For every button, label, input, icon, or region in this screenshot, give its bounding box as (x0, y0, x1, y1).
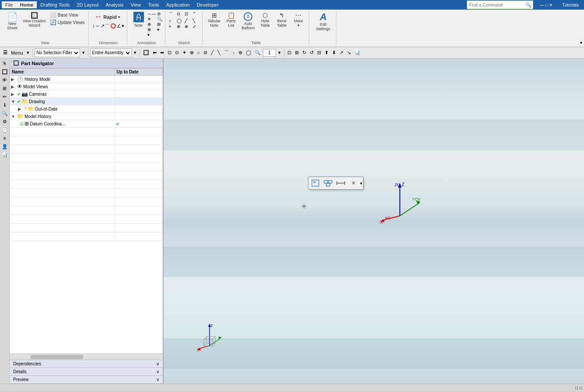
sidebar-icon-9[interactable]: 🕐 (1, 126, 9, 134)
dim-dropdown[interactable]: ▾ (122, 23, 124, 30)
menu-application[interactable]: Application (163, 1, 193, 8)
selection-dropdown[interactable]: ▾ (81, 49, 86, 56)
sidebar-icon-7[interactable]: 🔍 (1, 109, 9, 117)
tb-icon-4[interactable]: ⊡ (166, 49, 173, 56)
tb-icon-22[interactable]: ⬆ (323, 49, 330, 56)
sketch-t7[interactable]: ╱ (185, 18, 192, 23)
pn-row-outofdate[interactable]: ▶ ? 📁 Out-of-Date (10, 105, 115, 113)
pn-row-model-history[interactable]: ▼ 📁 Model History (10, 113, 115, 120)
tb-icon-23[interactable]: ⬇ (331, 49, 337, 56)
sidebar-icon-6[interactable]: ℹ (1, 101, 9, 109)
details-header[interactable]: Details ∨ (10, 368, 163, 375)
parts-list-button[interactable]: 📋 PartsList (223, 11, 239, 28)
sketch-t6[interactable]: ◯ (177, 18, 184, 23)
anno-tool-1[interactable]: ↔― (147, 11, 156, 16)
sketch-t9[interactable]: + (169, 24, 176, 29)
expand-cameras[interactable]: ▶ (11, 92, 16, 97)
more-table-button[interactable]: ⋯ More ▾ (290, 11, 306, 28)
canvas-area[interactable]: ✛ ✕ ▾ (164, 59, 584, 384)
tb-icon-21[interactable]: ⊟ (316, 49, 322, 56)
menu-drafting[interactable]: Drafting Tools (37, 1, 73, 8)
ft-expand-arrow[interactable]: ▾ (360, 181, 362, 186)
tb-icon-15[interactable]: ◯ (245, 49, 252, 56)
pn-col-uptodate[interactable]: Up to Date (115, 69, 162, 76)
menu-view[interactable]: View (127, 1, 144, 8)
tb-icon-8[interactable]: ○ (196, 50, 202, 56)
sketch-t11[interactable]: ⊗ (185, 24, 192, 29)
pn-row-drawing[interactable]: ▼ ✔ 📁 Drawing (10, 98, 115, 105)
tb-icon-19[interactable]: ↻ (301, 49, 308, 56)
tb-icon-16[interactable]: 🔍 (253, 49, 262, 56)
tb-icon-17[interactable]: ⊡ (286, 49, 293, 56)
expand-model-history[interactable]: ▼ (11, 114, 16, 119)
note-button[interactable]: 🅰 Note (131, 11, 147, 28)
sidebar-icon-4[interactable]: ⊞ (1, 84, 9, 92)
details-chevron[interactable]: ∨ (156, 369, 159, 374)
ft-btn-1[interactable] (309, 178, 322, 188)
auto-balloon-button[interactable]: 8 AutoBalloon (240, 11, 256, 31)
sidebar-icon-8[interactable]: ⚙ (1, 118, 9, 125)
sketch-t10[interactable]: ⊕ (177, 24, 184, 29)
tb-icon-2[interactable]: ⬅ (151, 49, 158, 56)
dim-tool-5[interactable]: ⭕ (110, 23, 116, 30)
tutorials-link[interactable]: Tutorials (559, 2, 582, 8)
dependencies-chevron[interactable]: ∨ (156, 361, 159, 366)
menu-analysis[interactable]: Analysis (102, 1, 127, 8)
assembly-dropdown[interactable]: ▾ (133, 49, 138, 56)
pn-scrollbar[interactable] (10, 354, 163, 360)
sketch-t3[interactable]: ⊡ (185, 11, 192, 17)
hole-table-button[interactable]: ⬡ HoleTable (257, 11, 273, 28)
tb-icon-6[interactable]: ✦ (181, 49, 188, 56)
tb-dropdown[interactable]: ▾ (25, 49, 31, 56)
update-views-button[interactable]: 🔄 Update Views (49, 19, 86, 26)
sketch-t1[interactable]: ⌒ (169, 11, 176, 17)
tb-icon-26[interactable]: 📊 (353, 49, 362, 56)
ft-btn-close[interactable]: ✕ (347, 178, 360, 188)
status-icon-1[interactable]: □ (575, 385, 578, 390)
sketch-t4[interactable]: ⌃ (192, 11, 199, 17)
sketch-t12[interactable]: ⤢ (192, 24, 199, 29)
menu-tools[interactable]: Tools (144, 1, 163, 8)
tb-icon-25[interactable]: ↘ (346, 49, 352, 56)
dim-tool-2[interactable]: ↔ (95, 23, 100, 30)
tb-number-input[interactable] (263, 49, 276, 57)
tb-icon-20[interactable]: ↺ (308, 49, 315, 56)
sidebar-icon-3[interactable]: 👁 (1, 76, 9, 84)
tb-icon-3[interactable]: ➡ (159, 49, 165, 56)
anno-tool-6[interactable]: 🔍 (157, 17, 162, 21)
menu-toggle[interactable]: ☰ (2, 49, 9, 56)
tabular-note-button[interactable]: ⊞ TabularNote (206, 11, 223, 28)
tb-icon-10[interactable]: ╱ (210, 49, 215, 56)
expand-drawing[interactable]: ▼ (11, 99, 16, 104)
pn-col-name[interactable]: Name (10, 69, 115, 76)
ft-btn-3[interactable] (335, 178, 347, 188)
dependencies-header[interactable]: Dependencies ∨ (10, 360, 163, 368)
expand-outofdate[interactable]: ▶ (18, 107, 23, 111)
dim-tool-6[interactable]: ∠ (117, 23, 121, 30)
menu-label[interactable]: Menu (10, 50, 24, 56)
menu-home[interactable]: Home (17, 1, 37, 8)
menu-2dlayout[interactable]: 2D Layout (73, 1, 102, 8)
rapid-dropdown[interactable]: ▾ (118, 15, 120, 19)
sidebar-icon-1[interactable]: 🖱 (1, 59, 9, 67)
status-icon-2[interactable]: □ (580, 385, 582, 390)
tb-icon-5[interactable]: ⊙ (174, 49, 180, 56)
sketch-t2[interactable]: ⊙ (177, 11, 184, 17)
sidebar-icon-12[interactable]: 📊 (1, 151, 9, 159)
anno-tool-8[interactable]: ▾ (157, 27, 162, 32)
sidebar-icon-10[interactable]: ≡ (1, 134, 9, 142)
edit-settings-button[interactable]: A EditSettings (315, 11, 332, 32)
pn-row-cameras[interactable]: ▶ ✔ 📷 Cameras (10, 90, 115, 98)
pn-row-model-views[interactable]: ▶ 👁 Model Views (10, 83, 115, 90)
dim-tool-4[interactable]: ⌒ (105, 23, 110, 30)
ribbon-expand-btn[interactable]: ▾ (580, 40, 582, 45)
base-view-button[interactable]: ⬜ Base View (49, 11, 86, 18)
view-creation-wizard-button[interactable]: 🔲 View CreationWizard (21, 11, 48, 28)
preview-header[interactable]: Preview ∨ (10, 376, 163, 383)
anno-tool-3[interactable]: ⊕ (147, 22, 156, 27)
sidebar-icon-11[interactable]: 👤 (1, 142, 9, 150)
new-sheet-button[interactable]: 📄 NewSheet (4, 11, 20, 31)
tb-num-dropdown[interactable]: ▾ (277, 49, 282, 56)
sidebar-icon-5[interactable]: ✏ (1, 93, 9, 101)
tb-icon-18[interactable]: ⊞ (294, 49, 300, 56)
